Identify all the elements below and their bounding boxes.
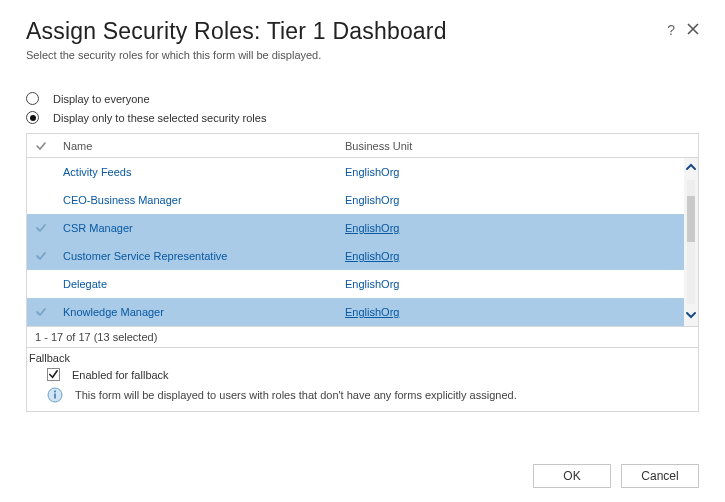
fallback-checkbox[interactable]	[47, 368, 60, 381]
table-row[interactable]: DelegateEnglishOrg	[27, 270, 698, 298]
fallback-section: Fallback Enabled for fallback This form …	[27, 347, 698, 411]
radio-selected-roles[interactable]	[26, 111, 39, 124]
table-row[interactable]: Activity FeedsEnglishOrg	[27, 158, 698, 186]
fallback-description: This form will be displayed to users wit…	[75, 389, 517, 401]
vertical-scrollbar[interactable]	[684, 158, 698, 326]
info-icon	[47, 387, 63, 403]
assign-roles-dialog: Assign Security Roles: Tier 1 Dashboard …	[0, 0, 725, 502]
dialog-header: Assign Security Roles: Tier 1 Dashboard …	[26, 18, 699, 89]
row-name[interactable]: Knowledge Manager	[55, 306, 345, 318]
table-row[interactable]: Customer Service RepresentativeEnglishOr…	[27, 242, 698, 270]
table-row[interactable]: CEO-Business ManagerEnglishOrg	[27, 186, 698, 214]
svg-point-2	[54, 390, 56, 392]
roles-grid: Name Business Unit Activity FeedsEnglish…	[26, 133, 699, 412]
column-header-business-unit[interactable]: Business Unit	[345, 140, 676, 152]
row-name[interactable]: Delegate	[55, 278, 345, 290]
row-name[interactable]: Customer Service Representative	[55, 250, 345, 262]
cancel-button[interactable]: Cancel	[621, 464, 699, 488]
scroll-down-icon[interactable]	[686, 306, 696, 326]
row-checkbox[interactable]	[27, 222, 55, 234]
row-business-unit[interactable]: EnglishOrg	[345, 222, 676, 234]
radio-everyone-label: Display to everyone	[53, 93, 150, 105]
fallback-checkbox-label: Enabled for fallback	[72, 369, 169, 381]
table-row[interactable]: CSR ManagerEnglishOrg	[27, 214, 698, 242]
help-icon[interactable]: ?	[667, 22, 675, 38]
row-business-unit[interactable]: EnglishOrg	[345, 166, 676, 178]
row-business-unit[interactable]: EnglishOrg	[345, 278, 676, 290]
row-business-unit[interactable]: EnglishOrg	[345, 306, 676, 318]
grid-header: Name Business Unit	[27, 134, 698, 158]
radio-selected-roles-label: Display only to these selected security …	[53, 112, 266, 124]
row-business-unit[interactable]: EnglishOrg	[345, 194, 676, 206]
row-checkbox[interactable]	[27, 250, 55, 262]
row-name[interactable]: CSR Manager	[55, 222, 345, 234]
dialog-title: Assign Security Roles: Tier 1 Dashboard	[26, 18, 447, 45]
close-icon[interactable]	[687, 22, 699, 38]
row-name[interactable]: CEO-Business Manager	[55, 194, 345, 206]
table-row[interactable]: Knowledge ManagerEnglishOrg	[27, 298, 698, 326]
grid-status: 1 - 17 of 17 (13 selected)	[27, 326, 698, 347]
row-business-unit[interactable]: EnglishOrg	[345, 250, 676, 262]
scrollbar-thumb[interactable]	[687, 196, 695, 242]
display-scope-radio-group: Display to everyone Display only to thes…	[26, 89, 699, 127]
ok-button[interactable]: OK	[533, 464, 611, 488]
dialog-button-bar: OK Cancel	[533, 464, 699, 488]
select-all-checkbox[interactable]	[27, 140, 55, 152]
row-name[interactable]: Activity Feeds	[55, 166, 345, 178]
grid-body: Activity FeedsEnglishOrgCEO-Business Man…	[27, 158, 698, 326]
radio-everyone[interactable]	[26, 92, 39, 105]
dialog-subtitle: Select the security roles for which this…	[26, 49, 447, 61]
fallback-title: Fallback	[29, 352, 690, 364]
column-header-name[interactable]: Name	[55, 140, 345, 152]
svg-rect-1	[54, 394, 56, 399]
row-checkbox[interactable]	[27, 306, 55, 318]
scroll-up-icon[interactable]	[686, 158, 696, 178]
